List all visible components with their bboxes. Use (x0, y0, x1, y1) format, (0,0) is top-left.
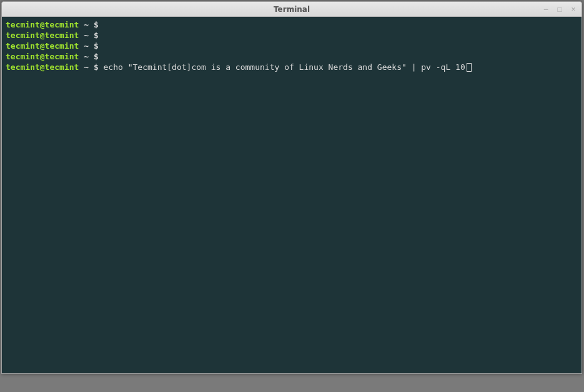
prompt-path: ~ (84, 31, 89, 40)
prompt-user-host: tecmint@tecmint (6, 20, 79, 29)
prompt-path: ~ (84, 52, 89, 61)
prompt-symbol: $ (94, 41, 99, 51)
titlebar[interactable]: Terminal – □ × (2, 2, 582, 17)
prompt-user-host: tecmint@tecmint (6, 41, 79, 51)
prompt-symbol: $ (94, 20, 99, 29)
window-title: Terminal (274, 5, 310, 14)
prompt-path: ~ (84, 41, 89, 51)
terminal-line: tecmint@tecmint ~ $ (6, 30, 578, 41)
prompt-symbol: $ (94, 31, 99, 40)
window-controls: – □ × (542, 2, 578, 16)
prompt-user-host: tecmint@tecmint (6, 52, 79, 61)
close-button[interactable]: × (569, 5, 578, 14)
maximize-button[interactable]: □ (555, 5, 564, 14)
terminal-line: tecmint@tecmint ~ $ (6, 19, 578, 30)
terminal-line: tecmint@tecmint ~ $ (6, 41, 578, 51)
cursor (467, 63, 472, 72)
prompt-path: ~ (84, 20, 89, 29)
prompt-user-host: tecmint@tecmint (6, 62, 79, 72)
terminal-window: Terminal – □ × tecmint@tecmint ~ $tecmin… (1, 1, 582, 374)
prompt-symbol: $ (94, 62, 99, 72)
terminal-line: tecmint@tecmint ~ $ echo "Tecmint[dot]co… (6, 62, 578, 72)
prompt-path: ~ (84, 62, 89, 72)
command-text: echo "Tecmint[dot]com is a community of … (104, 62, 465, 72)
prompt-user-host: tecmint@tecmint (6, 31, 79, 40)
terminal-body[interactable]: tecmint@tecmint ~ $tecmint@tecmint ~ $te… (2, 17, 582, 373)
prompt-symbol: $ (94, 52, 99, 61)
terminal-line: tecmint@tecmint ~ $ (6, 51, 578, 62)
minimize-button[interactable]: – (542, 5, 550, 14)
